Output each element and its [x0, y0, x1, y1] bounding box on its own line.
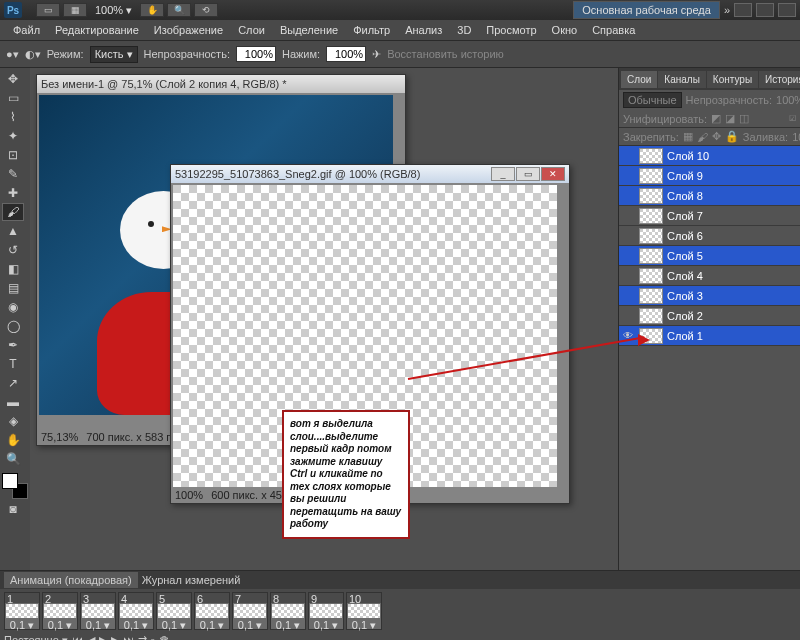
- dodge-tool[interactable]: ◯: [2, 317, 24, 335]
- doc2-maximize[interactable]: ▭: [516, 167, 540, 181]
- layer-row[interactable]: Слой 3: [619, 286, 800, 306]
- stamp-tool[interactable]: ▲: [2, 222, 24, 240]
- animation-frame[interactable]: 20,1 ▾: [42, 592, 78, 630]
- layer-thumb[interactable]: [639, 268, 663, 284]
- hand-tool-icon[interactable]: ✋: [140, 3, 164, 17]
- mode-select[interactable]: Кисть ▾: [90, 46, 138, 63]
- animation-frame[interactable]: 70,1 ▾: [232, 592, 268, 630]
- doc1-title[interactable]: Без имени-1 @ 75,1% (Слой 2 копия 4, RGB…: [37, 75, 405, 93]
- eraser-tool[interactable]: ◧: [2, 260, 24, 278]
- visibility-icon[interactable]: [621, 169, 635, 183]
- menu-view[interactable]: Просмотр: [479, 22, 543, 38]
- lock-transparency-icon[interactable]: ▦: [683, 130, 693, 143]
- marquee-tool[interactable]: ▭: [2, 89, 24, 107]
- gradient-tool[interactable]: ▤: [2, 279, 24, 297]
- layer-row[interactable]: Слой 4: [619, 266, 800, 286]
- layer-thumb[interactable]: [639, 168, 663, 184]
- tab-animation[interactable]: Анимация (покадровая): [4, 572, 138, 588]
- tab-history[interactable]: История: [759, 71, 800, 88]
- tab-layers[interactable]: Слои: [621, 71, 657, 88]
- menu-image[interactable]: Изображение: [147, 22, 230, 38]
- arrange-btn[interactable]: ▦: [63, 3, 87, 17]
- layer-thumb[interactable]: [639, 228, 663, 244]
- delete-frame-icon[interactable]: 🗑: [159, 634, 170, 640]
- new-frame-icon[interactable]: ▫: [151, 634, 155, 640]
- close-button[interactable]: [778, 3, 796, 17]
- visibility-icon[interactable]: [621, 149, 635, 163]
- doc2-minimize[interactable]: _: [491, 167, 515, 181]
- next-frame-icon[interactable]: ▶: [111, 634, 119, 641]
- doc1-zoom[interactable]: 75,13%: [41, 431, 78, 443]
- visibility-icon[interactable]: [621, 309, 635, 323]
- brush-preset-icon[interactable]: ●▾: [6, 48, 19, 61]
- first-frame-icon[interactable]: ⏮: [72, 634, 83, 640]
- visibility-icon[interactable]: [621, 209, 635, 223]
- unify-icon-1[interactable]: ◩: [711, 112, 721, 125]
- animation-frame[interactable]: 30,1 ▾: [80, 592, 116, 630]
- zoom-tool[interactable]: 🔍: [2, 450, 24, 468]
- restore-history[interactable]: Восстановить историю: [387, 48, 504, 60]
- zoom-level[interactable]: 100% ▾: [95, 4, 132, 17]
- path-tool[interactable]: ↗: [2, 374, 24, 392]
- layer-thumb[interactable]: [639, 248, 663, 264]
- lock-all-icon[interactable]: 🔒: [725, 130, 739, 143]
- heal-tool[interactable]: ✚: [2, 184, 24, 202]
- menu-file[interactable]: Файл: [6, 22, 47, 38]
- minimize-button[interactable]: [734, 3, 752, 17]
- animation-frame[interactable]: 90,1 ▾: [308, 592, 344, 630]
- animation-frame[interactable]: 40,1 ▾: [118, 592, 154, 630]
- unify-icon-3[interactable]: ◫: [739, 112, 749, 125]
- history-brush-tool[interactable]: ↺: [2, 241, 24, 259]
- menu-filter[interactable]: Фильтр: [346, 22, 397, 38]
- visibility-icon[interactable]: [621, 189, 635, 203]
- visibility-icon[interactable]: [621, 269, 635, 283]
- layer-row[interactable]: Слой 7: [619, 206, 800, 226]
- menu-edit[interactable]: Редактирование: [48, 22, 146, 38]
- layer-thumb[interactable]: [639, 148, 663, 164]
- tab-paths[interactable]: Контуры: [707, 71, 758, 88]
- doc2-title[interactable]: 53192295_51073863_Sneg2.gif @ 100% (RGB/…: [171, 165, 569, 183]
- menu-window[interactable]: Окно: [545, 22, 585, 38]
- visibility-icon[interactable]: [621, 289, 635, 303]
- maximize-button[interactable]: [756, 3, 774, 17]
- layer-row[interactable]: Слой 2: [619, 306, 800, 326]
- prev-frame-icon[interactable]: ◀: [87, 634, 95, 641]
- move-tool[interactable]: ✥: [2, 70, 24, 88]
- animation-frame[interactable]: 60,1 ▾: [194, 592, 230, 630]
- shape-tool[interactable]: ▬: [2, 393, 24, 411]
- layer-thumb[interactable]: [639, 308, 663, 324]
- color-swatches[interactable]: [2, 473, 28, 499]
- airbrush-icon[interactable]: ✈: [372, 48, 381, 61]
- tab-measurements[interactable]: Журнал измерений: [142, 574, 241, 586]
- brush-picker-icon[interactable]: ◐▾: [25, 48, 41, 61]
- lasso-tool[interactable]: ⌇: [2, 108, 24, 126]
- eyedropper-tool[interactable]: ✎: [2, 165, 24, 183]
- doc2-zoom[interactable]: 100%: [175, 489, 203, 501]
- menu-select[interactable]: Выделение: [273, 22, 345, 38]
- propagate-check[interactable]: ☑: [789, 114, 796, 123]
- animation-frame[interactable]: 50,1 ▾: [156, 592, 192, 630]
- zoom-tool-icon[interactable]: 🔍: [167, 3, 191, 17]
- workspace-selector[interactable]: Основная рабочая среда: [573, 1, 720, 19]
- quickmask-icon[interactable]: ◙: [2, 500, 24, 518]
- rotate-view-icon[interactable]: ⟲: [194, 3, 218, 17]
- unify-icon-2[interactable]: ◪: [725, 112, 735, 125]
- animation-frame[interactable]: 10,1 ▾: [4, 592, 40, 630]
- screen-mode-btn[interactable]: ▭: [36, 3, 60, 17]
- menu-layer[interactable]: Слои: [231, 22, 272, 38]
- type-tool[interactable]: T: [2, 355, 24, 373]
- brush-tool[interactable]: 🖌: [2, 203, 24, 221]
- layer-thumb[interactable]: [639, 188, 663, 204]
- layer-thumb[interactable]: [639, 288, 663, 304]
- lock-pixels-icon[interactable]: 🖌: [697, 131, 708, 143]
- layer-row[interactable]: Слой 8: [619, 186, 800, 206]
- crop-tool[interactable]: ⊡: [2, 146, 24, 164]
- animation-frame[interactable]: 100,1 ▾: [346, 592, 382, 630]
- menu-3d[interactable]: 3D: [450, 22, 478, 38]
- flow-input[interactable]: [326, 46, 366, 62]
- tween-icon[interactable]: ⇄: [138, 634, 147, 641]
- layer-thumb[interactable]: [639, 208, 663, 224]
- visibility-icon[interactable]: [621, 249, 635, 263]
- layer-row[interactable]: Слой 5: [619, 246, 800, 266]
- layer-row[interactable]: Слой 9: [619, 166, 800, 186]
